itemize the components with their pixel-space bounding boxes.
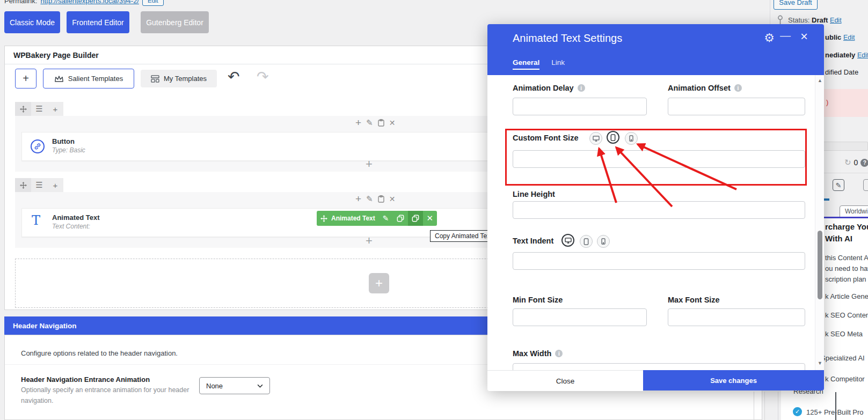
divider (754, 392, 754, 420)
wpbakery-title: WPBakery Page Builder (13, 51, 99, 60)
modal-scrollbar[interactable]: ▲ ▼ (815, 75, 824, 370)
field-label-min-font-size: Min Font Size (513, 296, 563, 304)
divider (778, 392, 778, 420)
permalink-edit-button[interactable]: Edit (142, 0, 164, 6)
salient-templates-label: Salient Templates (68, 75, 123, 83)
promo-line: ou need to hav (825, 264, 868, 272)
save-draft-button[interactable]: Save Draft (774, 0, 818, 10)
move-icon[interactable] (15, 178, 31, 192)
phone-icon[interactable] (625, 132, 638, 145)
add-element-button[interactable]: + (15, 69, 37, 89)
tablet-icon[interactable] (580, 235, 593, 248)
crown-icon (54, 75, 64, 83)
publish-edit-link[interactable]: Edit (857, 51, 868, 59)
status-label: Status: (788, 16, 809, 24)
element-toolbar: Animated Text ✎ ✕ (317, 211, 437, 226)
entrance-animation-select[interactable]: None (199, 377, 270, 394)
refresh-icon[interactable]: ↻ (844, 158, 851, 167)
text-indent-input[interactable] (513, 252, 805, 270)
minimize-icon[interactable]: — (780, 30, 791, 42)
field-label-text-indent: Text Indent (513, 237, 553, 245)
edit-icon[interactable]: ✎ (366, 118, 373, 128)
add-icon[interactable]: + (355, 193, 361, 205)
undo-icon[interactable]: ↶ (228, 68, 240, 85)
row2-tabs: ☰ + (15, 178, 63, 192)
edit-icon[interactable]: ✎ (366, 194, 373, 204)
promo-panel (823, 218, 868, 420)
tablet-icon[interactable] (607, 131, 619, 144)
animation-delay-input[interactable] (513, 98, 647, 115)
delete-icon[interactable]: ✕ (423, 211, 437, 226)
my-templates-button[interactable]: My Templates (141, 70, 217, 87)
animation-offset-input[interactable] (668, 98, 805, 115)
delete-icon[interactable]: ✕ (389, 195, 396, 203)
close-button[interactable]: Close (487, 370, 643, 391)
grid-icon (151, 75, 159, 83)
phone-icon[interactable] (597, 235, 610, 248)
visibility-edit-link[interactable]: Edit (843, 34, 855, 41)
add-element-plus[interactable]: + (366, 234, 373, 248)
element-title: Animated Text (52, 213, 100, 222)
salient-templates-button[interactable]: Salient Templates (43, 69, 134, 89)
max-font-size-input[interactable] (668, 308, 805, 326)
scroll-up-icon[interactable]: ▲ (818, 78, 822, 83)
save-changes-button[interactable]: Save changes (643, 370, 824, 390)
add-icon[interactable]: + (47, 102, 63, 116)
desktop-icon[interactable] (589, 132, 602, 145)
notice-band: ) (823, 89, 868, 117)
copy-tooltip: Copy Animated Text (430, 230, 497, 242)
promo-line: this Content A (825, 254, 868, 262)
permalink-label: Permalink: (4, 0, 37, 5)
clipboard-icon[interactable] (378, 195, 384, 203)
visibility-partial: ublic (825, 33, 841, 41)
custom-font-size-input[interactable] (513, 150, 805, 168)
revision-count: 0 (854, 158, 858, 167)
scroll-down-icon[interactable]: ▼ (818, 360, 822, 366)
help-icon[interactable]: ? (860, 159, 868, 167)
status-value: Draft (812, 16, 828, 24)
rows-icon[interactable]: ☰ (31, 178, 47, 192)
gutenberg-editor-button[interactable]: Gutenberg Editor (141, 11, 209, 33)
permalink-link[interactable]: http://salientexperts.local/394-2/ (40, 0, 139, 5)
gear-icon[interactable]: ⚙ (764, 31, 775, 45)
add-element-plus[interactable]: + (366, 157, 373, 171)
add-section-button[interactable]: + (369, 273, 389, 293)
partial-icon[interactable] (863, 179, 868, 191)
close-icon[interactable]: × (800, 29, 808, 44)
promo-line: k SEO Conten (825, 311, 868, 319)
move-icon[interactable] (317, 211, 331, 226)
promo-line: scription plan (825, 275, 866, 283)
move-icon[interactable] (15, 102, 31, 116)
delete-icon[interactable]: ✕ (389, 119, 396, 127)
add-icon[interactable]: + (355, 117, 361, 129)
edit-icon[interactable]: ✎ (379, 211, 393, 226)
entrance-animation-desc-1: Optionally specify an entrance animation… (21, 386, 189, 394)
rows-icon[interactable]: ☰ (31, 102, 47, 116)
compose-icon[interactable]: ✎ (833, 179, 844, 191)
info-icon[interactable]: i (578, 84, 585, 92)
info-icon[interactable]: i (555, 350, 563, 357)
copy-icon[interactable] (408, 211, 423, 226)
link-icon (31, 139, 45, 153)
desktop-icon[interactable] (561, 234, 574, 247)
frontend-editor-button[interactable]: Frontend Editor (67, 11, 129, 33)
my-templates-label: My Templates (164, 75, 207, 83)
tab-general[interactable]: General (513, 58, 539, 70)
collapsed-bar[interactable] (823, 142, 868, 151)
clipboard-icon[interactable] (378, 119, 384, 127)
line-height-input[interactable] (513, 201, 805, 219)
publish-row: nediately Edit (825, 51, 868, 59)
classic-mode-button[interactable]: Classic Mode (4, 11, 60, 33)
entrance-animation-label: Header Navigation Entrance Animation (21, 375, 150, 384)
status-edit-link[interactable]: Edit (830, 17, 842, 24)
info-icon[interactable]: i (734, 84, 742, 92)
scrollbar-thumb[interactable] (818, 231, 822, 299)
worldwide-select[interactable]: Worldwi (840, 205, 868, 217)
redo-icon[interactable]: ↷ (257, 68, 269, 85)
tab-link[interactable]: Link (551, 58, 565, 70)
min-font-size-input[interactable] (513, 308, 647, 326)
add-icon[interactable]: + (47, 178, 63, 192)
text-icon: T (32, 213, 40, 228)
screen: Permalink: http://salientexperts.local/3… (0, 0, 868, 420)
clone-icon[interactable] (393, 211, 408, 226)
